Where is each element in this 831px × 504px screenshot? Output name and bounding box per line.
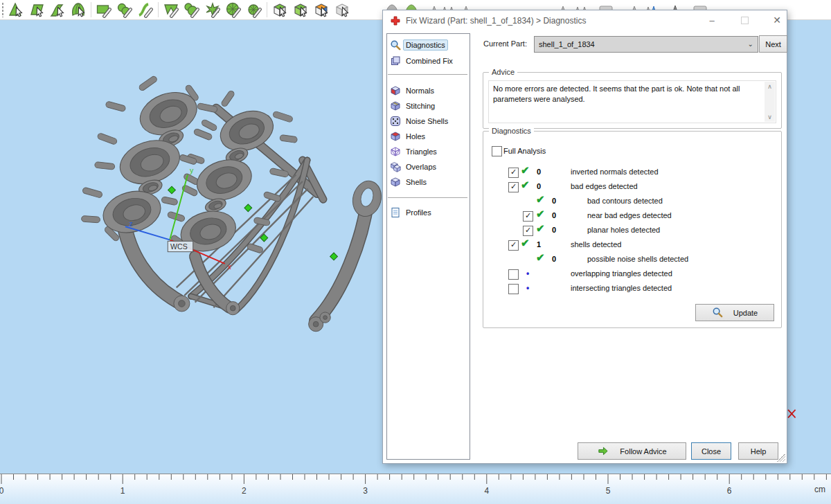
sidebar-item-profiles[interactable]: Profiles (388, 206, 434, 219)
diagnostics-magnifier-icon (390, 39, 401, 51)
diagnostic-count: 1 (537, 240, 541, 249)
svg-text:0: 0 (0, 486, 4, 496)
minimize-button[interactable]: – (700, 10, 724, 30)
advice-text: No more errors are detected. It seems th… (493, 84, 759, 105)
overlaps-cubes-icon (390, 161, 401, 172)
follow-advice-button[interactable]: Follow Advice (578, 442, 686, 460)
fix-wizard-dialog: Fix Wizard (Part: shell_1_of_1834) > Dia… (382, 10, 787, 464)
svg-text:6: 6 (727, 486, 732, 496)
sidebar-item-combined-fix[interactable]: Combined Fix (388, 54, 456, 68)
select-freeform-icon[interactable] (114, 1, 135, 19)
diagnostic-row: •overlapping triangles detected (483, 267, 781, 282)
select-curve-icon[interactable] (135, 1, 156, 19)
diagnostic-checkbox[interactable]: ✓ (523, 211, 533, 222)
sidebar-item-noise-shells[interactable]: Noise Shells (388, 114, 451, 128)
select-rectangle-icon[interactable] (93, 1, 114, 19)
full-analysis-checkbox[interactable] (492, 146, 502, 156)
select-polygon-icon[interactable] (161, 1, 181, 19)
close-button[interactable]: Close (691, 442, 731, 460)
part-model[interactable] (81, 75, 385, 332)
diagnostic-checkbox[interactable]: ✓ (508, 240, 519, 251)
mark-triangle-icon[interactable] (6, 1, 26, 19)
shells-cube-icon (390, 177, 401, 188)
sidebar-item-label: Stitching (403, 100, 438, 111)
sidebar-item-holes[interactable]: Holes (388, 129, 428, 143)
scroll-up-icon[interactable]: ∧ (765, 82, 775, 91)
diagnostic-checkbox[interactable]: ✓ (508, 168, 519, 178)
magics-app: x y z WCS 0123456cm Fix (0, 0, 831, 504)
select-through-cube-icon[interactable] (269, 1, 290, 19)
sidebar-item-overlaps[interactable]: Overlaps (388, 160, 439, 174)
diagnostic-label: intersecting triangles detected (571, 284, 672, 292)
svg-text:5: 5 (606, 486, 611, 496)
diagnostic-count: 0 (537, 182, 541, 190)
update-button[interactable]: Update (695, 304, 774, 321)
select-visible-cube-icon[interactable] (290, 1, 311, 19)
dialog-title: Fix Wizard (Part: shell_1_of_1834) > Dia… (406, 16, 586, 26)
sidebar-item-label: Noise Shells (403, 116, 451, 127)
diagnostic-checkbox[interactable]: ✓ (508, 182, 519, 192)
diagnostic-row: ✓✔0near bad edges detected (483, 209, 781, 224)
diagnostic-label: planar holes detected (587, 226, 660, 234)
diagnostic-checkbox[interactable]: ✓ (523, 226, 533, 236)
select-star-icon[interactable] (202, 1, 223, 19)
mark-shell-icon[interactable] (68, 1, 89, 19)
select-colored-cube-icon[interactable] (311, 1, 332, 19)
select-disabled-cube-icon[interactable] (332, 1, 352, 19)
svg-text:2: 2 (242, 486, 247, 496)
diagnostic-row: ✔0possible noise shells detected (483, 253, 781, 267)
resize-grip[interactable] (777, 453, 785, 462)
ok-check-icon: ✔ (536, 251, 545, 264)
noise-shells-icon (390, 116, 401, 127)
normals-cube-icon (390, 85, 401, 96)
select-pie-small-icon[interactable] (244, 1, 265, 19)
sidebar-item-diagnostics[interactable]: Diagnostics (388, 38, 448, 52)
not-analysed-dot-icon: • (526, 283, 529, 293)
current-part-dropdown[interactable]: shell_1_of_1834 ⌄ (534, 36, 758, 53)
sidebar-item-label: Combined Fix (403, 55, 456, 66)
sidebar-item-label: Normals (403, 85, 437, 96)
diagnostic-row: ✓✔0bad edges detected (483, 180, 781, 195)
sidebar-item-triangles[interactable]: Triangles (388, 145, 440, 159)
advice-scrollbar[interactable]: ∧ ∨ (765, 82, 775, 122)
diagnostic-row: ✓✔1shells detected (483, 238, 781, 253)
sidebar-item-normals[interactable]: Normals (388, 84, 437, 98)
mark-plane-icon[interactable] (26, 1, 47, 19)
mark-surface-icon[interactable] (47, 1, 68, 19)
ok-check-icon: ✔ (536, 208, 545, 220)
maximize-button[interactable] (733, 10, 756, 30)
fix-wizard-cross-icon (391, 16, 400, 26)
diagnostic-count: 0 (537, 168, 541, 176)
diagnostic-checkbox[interactable] (508, 284, 519, 294)
diagnostic-row: ✓✔0inverted normals detected (483, 165, 781, 180)
diagnostic-row: ✔0bad contours detected (483, 195, 781, 209)
diagnostic-count: 0 (552, 211, 556, 219)
profiles-document-icon (390, 207, 401, 218)
diagnostic-count: 0 (552, 197, 556, 205)
sidebar-item-shells[interactable]: Shells (388, 175, 429, 189)
diagnostic-label: overlapping triangles detected (571, 269, 672, 278)
ok-check-icon: ✔ (521, 237, 530, 249)
dialog-titlebar[interactable]: Fix Wizard (Part: shell_1_of_1834) > Dia… (383, 10, 787, 31)
sidebar-item-label: Shells (403, 177, 429, 188)
sidebar-item-label: Profiles (403, 207, 434, 218)
axis-x-label: x (228, 262, 232, 271)
diagnostic-label: inverted normals detected (571, 168, 659, 176)
svg-text:1: 1 (120, 486, 125, 496)
diagnostic-checkbox[interactable] (508, 269, 519, 280)
diagnostic-count: 0 (552, 226, 556, 234)
toolbar-grip-handle[interactable] (1, 2, 4, 17)
next-button[interactable]: Next (759, 35, 787, 53)
diagnostic-count: 0 (552, 255, 556, 263)
select-pie-large-icon[interactable] (223, 1, 244, 19)
sidebar-item-label: Diagnostics (403, 39, 448, 51)
diagnostic-label: bad edges detected (571, 182, 638, 190)
scroll-down-icon[interactable]: ∨ (765, 112, 775, 122)
close-window-button[interactable]: ✕ (765, 10, 789, 30)
select-circles-icon[interactable] (181, 1, 202, 19)
toolbar-icon-strip (6, 1, 352, 19)
sidebar-item-stitching[interactable]: Stitching (388, 99, 438, 113)
diagnostic-row: •intersecting triangles detected (483, 282, 781, 296)
axis-z-label: z (129, 219, 132, 228)
help-button[interactable]: Help (738, 442, 778, 460)
